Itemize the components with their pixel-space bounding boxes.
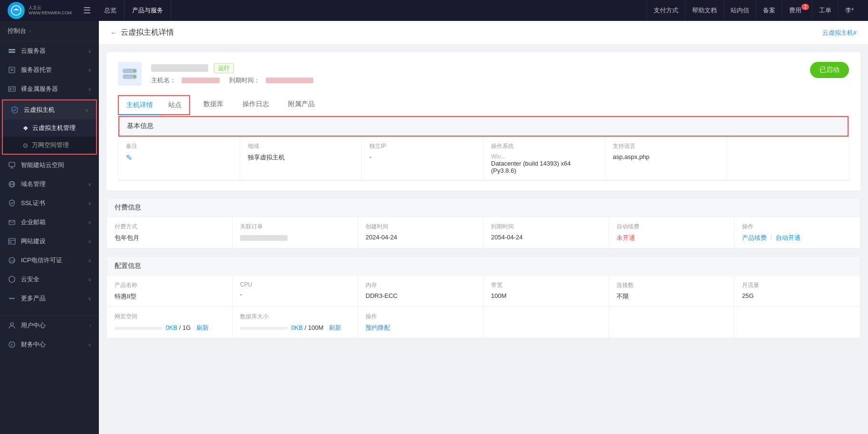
sidebar-item-smart-site[interactable]: 智能建站云空间 xyxy=(0,156,99,175)
config-cpu: CPU - xyxy=(232,276,358,307)
tab-database[interactable]: 数据库 xyxy=(194,95,233,116)
web-space-refresh[interactable]: 刷新 xyxy=(196,324,209,331)
nav-products[interactable]: 产品与服务 xyxy=(125,0,171,21)
host-details: 运行 主机名： 到期时间： xyxy=(151,63,313,85)
svg-point-27 xyxy=(13,298,15,299)
config-web-space: 网页空间 0KB / 1G 刷新 xyxy=(107,307,232,338)
logo[interactable]: 人文云 WWW.RENWEN.COM xyxy=(8,2,72,19)
server-hosting-icon xyxy=(8,66,16,74)
sidebar-item-more[interactable]: 更多产品 ∨ xyxy=(0,289,99,308)
website-icon xyxy=(8,237,16,246)
more-products-icon xyxy=(8,294,16,303)
sidebar-item-bare-metal[interactable]: 裸金属服务器 ∨ xyxy=(0,79,99,99)
tab-site[interactable]: 站点 xyxy=(161,96,189,115)
sidebar-item-domain[interactable]: 域名管理 ∨ xyxy=(0,175,99,194)
pay-info-method: 付费方式 包年包月 xyxy=(107,217,232,248)
renew-link[interactable]: 产品续费 xyxy=(742,234,767,241)
config-memory: 内存 DDR3-ECC xyxy=(358,276,483,307)
icp-icon: ICP xyxy=(8,256,16,265)
sidebar-item-finance[interactable]: ¥ 财务中心 ∨ xyxy=(0,335,99,354)
virtual-host-icon xyxy=(10,106,19,114)
page-title: 云虚拟主机详情 xyxy=(121,28,174,38)
logo-text: 人文云 WWW.RENWEN.COM xyxy=(29,5,72,16)
basic-info-title: 基本信息 xyxy=(119,117,848,136)
host-info-card: 运行 主机名： 到期时间： 已启动 主机详 xyxy=(106,52,860,190)
sidebar-item-security[interactable]: 云安全 ∨ xyxy=(0,270,99,289)
status-badge: 运行 xyxy=(214,63,234,73)
chevron-icon: ∨ xyxy=(88,277,91,282)
db-refresh[interactable]: 刷新 xyxy=(329,324,341,331)
sidebar-item-virtual-host[interactable]: 云虚拟主机 ∧ xyxy=(3,100,96,119)
nav-workorder[interactable]: 工单 xyxy=(812,0,838,21)
svg-point-1 xyxy=(15,9,17,10)
basic-info-os: 操作系统 Win... Datacenter (build 14393) x64… xyxy=(483,137,605,180)
config-product-name: 产品名称 特惠II型 xyxy=(107,276,232,307)
chevron-icon: ∧ xyxy=(85,108,88,113)
menu-toggle-icon[interactable]: ☰ xyxy=(77,5,96,16)
cloud-server-icon xyxy=(8,47,16,55)
nav-fees[interactable]: 费用 2 xyxy=(782,0,812,21)
host-name-blurred xyxy=(151,64,208,72)
chevron-icon: ∨ xyxy=(88,220,91,225)
sidebar-item-email[interactable]: 企业邮箱 ∨ xyxy=(0,213,99,232)
basic-info-grid: 备注 ✎ 地域 独享虚拟主机 独立IP - 操作系统 xyxy=(118,137,849,180)
pay-info-order: 关联订单 xyxy=(232,217,358,248)
sidebar-sub-virtual-host-mgmt[interactable]: ❖ 云虚拟主机管理 xyxy=(3,119,96,137)
control-panel-link[interactable]: 控制台 › xyxy=(0,21,99,41)
chevron-icon: ∨ xyxy=(88,239,91,244)
edit-notes-icon[interactable]: ✎ xyxy=(126,154,132,162)
nav-payment[interactable]: 支付方式 xyxy=(646,0,685,21)
pay-info-card: 付费信息 付费方式 包年包月 关联订单 创建时间 2024-04-24 xyxy=(106,198,860,249)
sidebar-item-website[interactable]: 网站建设 ∨ xyxy=(0,232,99,251)
pay-info-expire-time: 到期时间 2054-04-24 xyxy=(483,217,609,248)
chevron-icon: ∨ xyxy=(88,296,91,301)
web-space-used: 0KB xyxy=(166,324,178,331)
basic-info-ip: 独立IP - xyxy=(362,137,483,180)
nav-filing[interactable]: 备案 xyxy=(756,0,782,21)
db-used: 0KB xyxy=(291,324,303,331)
sidebar-item-ssl[interactable]: SSL证书 ∨ xyxy=(0,194,99,213)
config-db-size: 数据库大小 0KB / 100M 刷新 xyxy=(232,307,358,338)
auto-open-link[interactable]: 自动开通 xyxy=(776,234,800,241)
back-button[interactable]: ← xyxy=(110,29,117,37)
sidebar-sub-wanwang-space[interactable]: ⊙ 万网空间管理 xyxy=(3,137,96,154)
config-info-title: 配置信息 xyxy=(107,257,860,276)
basic-info-notes: 备注 ✎ xyxy=(118,137,240,180)
sidebar-item-icp[interactable]: ICP ICP电信许可证 ∨ xyxy=(0,251,99,270)
chevron-icon: ∨ xyxy=(88,342,91,347)
tab-addon-products[interactable]: 附属产品 xyxy=(279,95,324,116)
nav-help[interactable]: 帮助文档 xyxy=(685,0,723,21)
config-monthly-flow: 月流量 25G xyxy=(734,276,860,307)
db-size-progress xyxy=(240,327,288,330)
nav-messages[interactable]: 站内信 xyxy=(723,0,756,21)
top-nav-right: 支付方式 帮助文档 站内信 备案 费用 2 工单 李* xyxy=(646,0,860,21)
chevron-icon: ∨ xyxy=(88,87,91,92)
host-icon xyxy=(118,62,142,86)
config-info-card: 配置信息 产品名称 特惠II型 CPU - 内存 DDR3-ECC 带宽 100… xyxy=(106,256,860,339)
sidebar-item-user-center[interactable]: 用户中心 › xyxy=(0,316,99,335)
nav-user[interactable]: 李* xyxy=(838,0,860,21)
svg-point-28 xyxy=(10,323,13,326)
nav-overview[interactable]: 总览 xyxy=(96,0,125,21)
config-info-grid2: 网页空间 0KB / 1G 刷新 数据库大小 xyxy=(107,307,860,338)
smart-site-icon xyxy=(8,161,16,169)
chevron-icon: ∨ xyxy=(88,258,91,263)
detail-tabs: 主机详情 站点 数据库 操作日志 附属产品 xyxy=(118,95,849,116)
breadcrumb-link[interactable]: 云虚拟主机# xyxy=(822,29,857,37)
svg-rect-10 xyxy=(10,88,11,90)
wanwang-icon: ⊙ xyxy=(23,142,28,149)
downgrade-link[interactable]: 预约降配 xyxy=(366,324,390,331)
user-center-icon xyxy=(8,321,16,330)
start-button[interactable]: 已启动 xyxy=(810,62,849,78)
hostname-value-blurred xyxy=(182,78,220,83)
sidebar-item-cloud-server[interactable]: 云服务器 ∨ xyxy=(0,41,99,60)
basic-info-empty xyxy=(727,137,849,180)
svg-point-5 xyxy=(14,52,15,53)
tab-host-detail[interactable]: 主机详情 xyxy=(119,96,161,115)
sidebar-item-server-hosting[interactable]: 服务器托管 ∨ xyxy=(0,60,99,79)
sidebar: 控制台 › 云服务器 ∨ xyxy=(0,21,99,434)
svg-point-4 xyxy=(14,49,15,50)
domain-icon xyxy=(8,180,16,188)
tab-operation-log[interactable]: 操作日志 xyxy=(233,95,279,116)
main-content: ← 云虚拟主机详情 云虚拟主机# xyxy=(99,21,868,434)
